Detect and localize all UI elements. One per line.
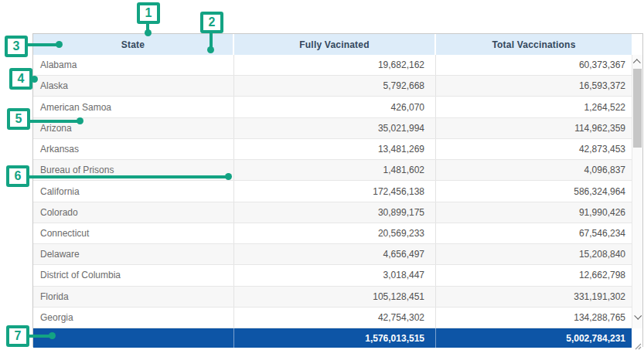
scroll-down-button[interactable]	[632, 311, 642, 322]
fully-vaccinated-cell: 19,682,162	[234, 55, 436, 75]
annotation-dot-3	[56, 41, 63, 48]
annotation-label: 6	[15, 169, 22, 183]
chevron-up-icon	[633, 59, 641, 66]
annotation-marker-4: 4	[9, 68, 32, 90]
totals-state-cell	[33, 328, 234, 348]
fully-vaccinated-cell: 42,754,302	[234, 308, 436, 328]
totals-row: 1,576,013,515 5,002,784,231	[33, 328, 642, 348]
annotation-label: 3	[13, 39, 20, 53]
table-body: Alabama 19,682,162 60,373,367 Alaska 5,7…	[33, 55, 642, 328]
total-vaccinations-cell: 586,324,964	[436, 181, 642, 201]
table-row[interactable]: Georgia 42,754,302 134,288,765	[33, 308, 642, 328]
annotation-line-6	[28, 175, 227, 178]
table-row[interactable]: Connecticut 20,569,233 67,546,234	[33, 223, 642, 244]
total-vaccinations-cell: 331,191,302	[436, 287, 642, 307]
annotation-label: 5	[15, 112, 22, 126]
column-header-fully-vaccinated[interactable]: Fully Vacinated	[234, 34, 436, 55]
totals-total-vaccinations: 5,002,784,231	[436, 328, 632, 348]
scrollbar-thumb[interactable]	[633, 69, 642, 148]
fully-vaccinated-cell: 20,569,233	[234, 223, 436, 243]
total-vaccinations-cell: 42,873,453	[436, 139, 642, 159]
annotation-line-7	[28, 335, 50, 338]
table-row[interactable]: District of Columbia 3,018,447 12,662,79…	[33, 265, 642, 286]
table-row[interactable]: Colorado 30,899,175 91,990,426	[33, 202, 642, 223]
table-row[interactable]: California 172,456,138 586,324,964	[33, 181, 642, 202]
total-vaccinations-cell: 67,546,234	[436, 223, 642, 243]
annotation-label: 1	[145, 6, 152, 20]
fully-vaccinated-cell: 4,656,497	[234, 244, 436, 264]
total-vaccinations-cell: 12,662,798	[436, 265, 642, 285]
total-vaccinations-cell: 114,962,359	[436, 118, 642, 138]
annotation-dot-1	[145, 29, 152, 36]
annotation-marker-7: 7	[6, 325, 29, 347]
annotation-dot-6	[225, 173, 232, 180]
state-cell: Connecticut	[33, 223, 234, 243]
total-vaccinations-cell: 91,990,426	[436, 202, 642, 223]
state-cell: Colorado	[33, 202, 234, 223]
fully-vaccinated-cell: 1,481,602	[234, 160, 436, 180]
total-vaccinations-cell: 60,373,367	[436, 55, 642, 75]
annotation-line-2	[210, 32, 213, 48]
column-header-state[interactable]: State	[33, 34, 234, 55]
total-vaccinations-cell: 134,288,765	[436, 308, 642, 328]
table-header-row: State Fully Vacinated Total Vaccinations	[33, 34, 642, 55]
fully-vaccinated-cell: 5,792,668	[234, 76, 436, 96]
state-cell: Delaware	[33, 244, 234, 264]
header-filler	[632, 34, 642, 55]
annotation-dot-5	[77, 117, 83, 124]
annotation-label: 2	[209, 15, 216, 29]
fully-vaccinated-cell: 105,128,451	[234, 287, 436, 307]
state-cell: California	[33, 181, 234, 201]
annotation-marker-1: 1	[137, 2, 160, 24]
annotation-line-3	[26, 43, 58, 46]
table-row[interactable]: Alabama 19,682,162 60,373,367	[33, 55, 642, 76]
total-vaccinations-cell: 4,096,837	[436, 160, 642, 180]
annotation-marker-6: 6	[6, 165, 29, 187]
column-header-total-vaccinations[interactable]: Total Vaccinations	[436, 34, 632, 55]
state-cell: Alaska	[33, 76, 234, 96]
fully-vaccinated-cell: 426,070	[234, 97, 436, 117]
scroll-up-button[interactable]	[632, 56, 642, 68]
state-cell: Alabama	[33, 55, 234, 75]
annotation-label: 7	[15, 329, 22, 343]
annotation-dot-2	[207, 46, 214, 53]
annotation-marker-2: 2	[200, 12, 223, 33]
resize-grip-icon	[634, 339, 642, 347]
state-cell: Arkansas	[33, 139, 234, 159]
vertical-scrollbar[interactable]	[632, 55, 642, 328]
table-row[interactable]: Florida 105,128,451 331,191,302	[33, 287, 642, 308]
state-cell: District of Columbia	[33, 265, 234, 285]
fully-vaccinated-cell: 172,456,138	[234, 181, 436, 201]
annotation-line-5	[29, 120, 78, 123]
table-row[interactable]: Arkansas 13,481,269 42,873,453	[33, 139, 642, 160]
vaccination-table: State Fully Vacinated Total Vaccinations…	[32, 33, 643, 347]
table-row[interactable]: American Samoa 426,070 1,264,522	[33, 97, 642, 117]
table-row[interactable]: Arizona 35,021,994 114,962,359	[33, 118, 642, 139]
total-vaccinations-cell: 15,208,840	[436, 244, 642, 264]
annotation-marker-5: 5	[7, 108, 30, 130]
table-row[interactable]: Alaska 5,792,668 16,593,372	[33, 76, 642, 97]
totals-fully-vaccinated: 1,576,013,515	[234, 328, 436, 348]
state-cell: Georgia	[33, 308, 234, 328]
table-row[interactable]: Delaware 4,656,497 15,208,840	[33, 244, 642, 265]
state-cell: Florida	[33, 287, 234, 307]
state-cell: American Samoa	[33, 97, 234, 117]
fully-vaccinated-cell: 30,899,175	[234, 202, 436, 223]
total-vaccinations-cell: 16,593,372	[436, 76, 642, 96]
annotation-marker-3: 3	[5, 36, 28, 57]
fully-vaccinated-cell: 35,021,994	[234, 118, 436, 138]
screenshot-root: State Fully Vacinated Total Vaccinations…	[0, 0, 644, 350]
fully-vaccinated-cell: 3,018,447	[234, 265, 436, 285]
total-vaccinations-cell: 1,264,522	[436, 97, 642, 117]
annotation-label: 4	[18, 72, 25, 86]
fully-vaccinated-cell: 13,481,269	[234, 139, 436, 159]
annotation-dot-7	[49, 332, 56, 339]
chevron-down-icon	[634, 312, 642, 320]
